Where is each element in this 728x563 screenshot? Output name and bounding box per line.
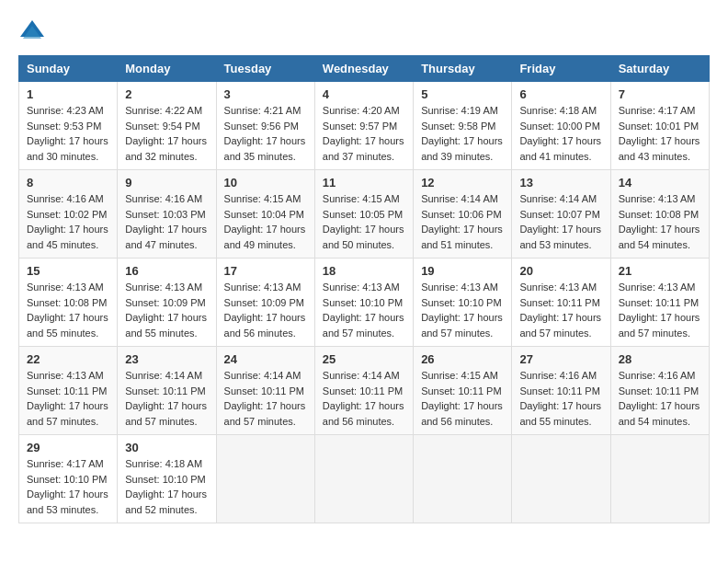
day-info: Sunrise: 4:13 AM Sunset: 10:09 PM Daylig…: [125, 280, 208, 340]
daylight-label: Daylight:: [619, 224, 661, 235]
daylight-hours: 17 hours: [463, 135, 503, 146]
day-info: Sunrise: 4:13 AM Sunset: 10:11 PM Daylig…: [619, 280, 701, 340]
sunrise-time: 4:13 AM: [264, 282, 301, 293]
sunset-label: Sunset:: [27, 121, 63, 132]
daylight-minutes: and 55 minutes.: [125, 327, 197, 339]
sunset-label: Sunset:: [27, 297, 63, 308]
calendar-cell: 10 Sunrise: 4:15 AM Sunset: 10:04 PM Day…: [216, 170, 314, 259]
sunset-time: 10:11 PM: [557, 297, 600, 308]
calendar-cell: [314, 435, 413, 523]
daylight-minutes: and 56 minutes.: [323, 416, 394, 427]
day-info: Sunrise: 4:21 AM Sunset: 9:56 PM Dayligh…: [224, 103, 307, 164]
sunset-label: Sunset:: [421, 385, 458, 396]
day-info: Sunrise: 4:20 AM Sunset: 9:57 PM Dayligh…: [323, 103, 405, 164]
sunset-time: 10:11 PM: [163, 385, 206, 396]
sunrise-label: Sunrise:: [27, 193, 66, 204]
sunset-time: 10:10 PM: [163, 474, 206, 485]
column-header-tuesday: Tuesday: [216, 56, 314, 82]
column-header-wednesday: Wednesday: [314, 56, 413, 82]
daylight-label: Daylight:: [323, 135, 365, 146]
calendar-cell: 18 Sunrise: 4:13 AM Sunset: 10:10 PM Day…: [314, 259, 413, 347]
day-info: Sunrise: 4:22 AM Sunset: 9:54 PM Dayligh…: [125, 103, 208, 164]
calendar-cell: [216, 435, 314, 523]
sunset-time: 10:00 PM: [557, 121, 600, 132]
calendar-week-4: 22 Sunrise: 4:13 AM Sunset: 10:11 PM Day…: [19, 347, 710, 435]
day-info: Sunrise: 4:17 AM Sunset: 10:01 PM Daylig…: [619, 103, 701, 164]
daylight-label: Daylight:: [323, 224, 365, 235]
daylight-label: Daylight:: [27, 224, 69, 235]
day-number: 2: [125, 87, 208, 101]
daylight-hours: 17 hours: [365, 400, 404, 411]
daylight-label: Daylight:: [125, 135, 167, 146]
day-number: 17: [224, 264, 307, 278]
daylight-hours: 17 hours: [69, 488, 108, 500]
sunset-time: 10:08 PM: [63, 297, 107, 308]
sunrise-label: Sunrise:: [619, 193, 658, 204]
sunrise-time: 4:18 AM: [165, 458, 202, 469]
daylight-minutes: and 57 minutes.: [519, 327, 591, 339]
sunrise-time: 4:15 AM: [362, 193, 399, 204]
sunset-label: Sunset:: [224, 121, 261, 132]
daylight-label: Daylight:: [323, 312, 365, 323]
sunrise-time: 4:19 AM: [461, 105, 498, 116]
day-number: 29: [27, 441, 109, 454]
sunset-label: Sunset:: [323, 209, 359, 220]
calendar-cell: 12 Sunrise: 4:14 AM Sunset: 10:06 PM Day…: [414, 170, 512, 259]
calendar-cell: 20 Sunrise: 4:13 AM Sunset: 10:11 PM Day…: [512, 259, 610, 347]
daylight-label: Daylight:: [619, 312, 661, 323]
daylight-hours: 17 hours: [463, 312, 503, 323]
day-number: 22: [27, 352, 109, 366]
day-info: Sunrise: 4:13 AM Sunset: 10:08 PM Daylig…: [619, 191, 701, 252]
sunset-time: 10:04 PM: [261, 209, 304, 220]
sunrise-label: Sunrise:: [323, 193, 362, 204]
sunrise-label: Sunrise:: [619, 370, 658, 381]
calendar-cell: 27 Sunrise: 4:16 AM Sunset: 10:11 PM Day…: [512, 347, 610, 435]
day-info: Sunrise: 4:16 AM Sunset: 10:11 PM Daylig…: [619, 368, 701, 429]
calendar-cell: [414, 435, 512, 523]
calendar-cell: 25 Sunrise: 4:14 AM Sunset: 10:11 PM Day…: [314, 347, 413, 435]
calendar-cell: 11 Sunrise: 4:15 AM Sunset: 10:05 PM Day…: [314, 170, 413, 259]
day-info: Sunrise: 4:14 AM Sunset: 10:06 PM Daylig…: [421, 191, 504, 252]
sunset-label: Sunset:: [224, 297, 261, 308]
daylight-minutes: and 35 minutes.: [224, 151, 296, 162]
day-number: 14: [619, 176, 701, 190]
daylight-hours: 17 hours: [661, 312, 700, 323]
daylight-label: Daylight:: [224, 135, 267, 146]
sunset-label: Sunset:: [224, 209, 261, 220]
sunrise-label: Sunrise:: [224, 370, 264, 381]
daylight-hours: 17 hours: [266, 135, 305, 146]
sunset-time: 10:10 PM: [359, 297, 403, 308]
day-info: Sunrise: 4:14 AM Sunset: 10:11 PM Daylig…: [125, 368, 208, 429]
sunrise-label: Sunrise:: [27, 282, 66, 293]
calendar-cell: 17 Sunrise: 4:13 AM Sunset: 10:09 PM Day…: [216, 259, 314, 347]
daylight-minutes: and 54 minutes.: [619, 239, 690, 250]
sunset-time: 9:56 PM: [261, 121, 299, 132]
sunrise-label: Sunrise:: [224, 282, 264, 293]
calendar-week-3: 15 Sunrise: 4:13 AM Sunset: 10:08 PM Day…: [19, 259, 710, 347]
day-info: Sunrise: 4:15 AM Sunset: 10:05 PM Daylig…: [323, 191, 405, 252]
calendar-cell: 19 Sunrise: 4:13 AM Sunset: 10:10 PM Day…: [414, 259, 512, 347]
sunset-label: Sunset:: [421, 297, 458, 308]
calendar-cell: 14 Sunrise: 4:13 AM Sunset: 10:08 PM Day…: [610, 170, 709, 259]
daylight-hours: 17 hours: [266, 224, 305, 235]
sunrise-time: 4:14 AM: [461, 193, 498, 204]
sunset-time: 10:08 PM: [655, 209, 699, 220]
column-header-thursday: Thursday: [414, 56, 512, 82]
sunrise-time: 4:21 AM: [264, 105, 301, 116]
sunrise-time: 4:13 AM: [658, 193, 695, 204]
sunrise-time: 4:14 AM: [560, 193, 597, 204]
sunset-time: 10:09 PM: [163, 297, 206, 308]
day-info: Sunrise: 4:16 AM Sunset: 10:02 PM Daylig…: [27, 191, 109, 252]
daylight-minutes: and 57 minutes.: [224, 416, 296, 427]
daylight-label: Daylight:: [125, 224, 167, 235]
sunset-label: Sunset:: [323, 297, 359, 308]
daylight-label: Daylight:: [519, 224, 562, 235]
sunset-time: 10:11 PM: [458, 385, 501, 396]
daylight-minutes: and 53 minutes.: [27, 504, 98, 515]
calendar-cell: 1 Sunrise: 4:23 AM Sunset: 9:53 PM Dayli…: [19, 82, 118, 170]
calendar-cell: 21 Sunrise: 4:13 AM Sunset: 10:11 PM Day…: [610, 259, 709, 347]
day-number: 20: [519, 264, 602, 278]
sunset-label: Sunset:: [323, 121, 359, 132]
day-info: Sunrise: 4:18 AM Sunset: 10:00 PM Daylig…: [519, 103, 602, 164]
sunset-time: 10:11 PM: [63, 385, 107, 396]
